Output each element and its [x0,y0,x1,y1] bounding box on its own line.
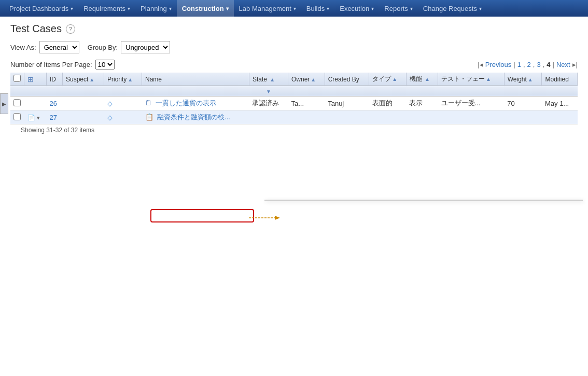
nav-builds[interactable]: Builds ▾ [301,0,334,17]
nav-execution[interactable]: Execution ▾ [334,0,379,17]
current-page: 4 [547,61,550,68]
row-actions-27[interactable]: 📄 ▾ [24,110,47,124]
row-state-26: 承認済み [249,96,288,110]
col-priority[interactable]: Priority▲ [104,73,142,86]
nav-caret: ▾ [371,6,374,11]
table-row: 📄 ▾ 27 ◇ 📋 融資条件と融資額の検... [10,110,578,124]
nav-caret: ▾ [293,6,296,11]
items-per-page-label: Number of Items Per Page: [10,61,92,68]
svg-marker-1 [275,216,280,220]
row-checkbox-27[interactable] [13,113,21,120]
row-owner-27 [288,110,325,124]
col-suspect[interactable]: Suspect▲ [62,73,104,86]
nav-caret: ▾ [226,6,229,11]
row-type-27 [369,110,406,124]
row-actions-26 [24,96,47,110]
row-dropdown-27[interactable]: ▾ [37,115,40,121]
col-type[interactable]: タイプ▲ [369,73,406,86]
nav-caret: ▾ [128,6,130,11]
nav-lab-management[interactable]: Lab Management ▾ [234,0,301,17]
row-type-icon-26: 🗒 [145,99,152,107]
page-header: Test Cases ? [0,17,588,39]
nav-project-dashboards[interactable]: Project Dashboards ▾ [4,0,78,17]
row-modified-26: May 1... [542,96,578,110]
popup-title: 📋 27: 融資条件と融資額の検証のテスト [265,200,582,201]
col-filter-row: ▼ [10,86,578,96]
col-id[interactable]: ID [46,73,62,86]
row-checkbox-26[interactable] [13,99,21,106]
col-name[interactable]: Name [142,73,249,86]
nav-caret: ▾ [169,6,172,11]
nav-planning[interactable]: Planning ▾ [135,0,177,17]
pagination-bar: Number of Items Per Page: 10 25 50 |◂ Pr… [0,58,588,73]
group-by-select[interactable]: Ungrouped [121,41,170,53]
row-27-highlight-circle [150,209,254,222]
col-owner[interactable]: Owner▲ [288,73,325,86]
select-all-checkbox[interactable] [13,75,21,82]
row-created-by-27 [325,110,369,124]
row-suspect-27 [62,110,104,124]
row-phase-27 [438,110,505,124]
page-1-button[interactable]: 1 [517,61,521,68]
pagination-controls: |◂ Previous | 1 , 2 , 3 , 4 | Next ▸| [478,61,578,68]
row-weight-26: 70 [504,96,542,110]
col-checkbox[interactable] [10,73,24,86]
row-priority-26: ◇ [107,100,113,107]
row-feature-26: 表示 [406,96,438,110]
toolbar: View As: General Group By: Ungrouped [0,39,588,58]
nav-caret: ▾ [410,6,413,11]
items-per-page-select[interactable]: 10 25 50 [95,60,115,69]
col-modified[interactable]: Modified [542,73,578,86]
row-created-by-26: Tanuj [325,96,369,110]
nav-caret: ▾ [479,6,482,11]
next-page-button[interactable]: Next [556,61,570,68]
group-by-label: Group By: [88,44,118,51]
nav-change-requests[interactable]: Change Requests ▾ [418,0,487,17]
group-by-group: Group By: Ungrouped [88,41,171,53]
col-created-by[interactable]: Created By [325,73,369,86]
row-name-27: 📋 融資条件と融資額の検... [142,110,249,124]
row-name-link-27[interactable]: 融資条件と融資額の検... [157,113,230,121]
nav-requirements[interactable]: Requirements ▾ [78,0,135,17]
row-name-link-26[interactable]: 一貫した通貨の表示 [156,99,216,107]
top-navigation: Project Dashboards ▾ Requirements ▾ Plan… [0,0,588,17]
first-page-icon: |◂ [478,61,483,68]
row-suspect-26 [62,96,104,110]
test-cases-table: ⊞ ID Suspect▲ Priority▲ Name State ▲ Own… [10,73,578,124]
view-as-label: View As: [10,44,36,51]
table-header-row: ⊞ ID Suspect▲ Priority▲ Name State ▲ Own… [10,73,578,86]
row-phase-26: ユーザー受... [438,96,505,110]
row-modified-27 [542,110,578,124]
col-weight[interactable]: Weight▲ [504,73,542,86]
help-icon[interactable]: ? [66,24,75,34]
col-feature[interactable]: 機能 ▲ [406,73,438,86]
previous-page-button[interactable]: Previous [485,61,512,68]
view-as-select[interactable]: General [39,41,79,53]
nav-caret: ▾ [71,6,73,11]
table-row: 26 ◇ 🗒 一貫した通貨の表示 承認済み Ta... Tanuj 表面的 表示… [10,96,578,110]
row-priority-27: ◇ [107,114,113,121]
state-filter-dropdown[interactable]: ▼ [266,89,271,94]
detail-popup: 📋 27: 融資条件と融資額の検証のテスト Overview State ✏ ド… [264,200,583,201]
nav-construction[interactable]: Construction ▾ [177,0,234,17]
showing-text: Showing 31-32 of 32 items [10,124,578,136]
row-type-icon-27: 📋 [145,113,153,121]
row-owner-26: Ta... [288,96,325,110]
table-area: ▶ ⊞ ID Suspect▲ Priority▲ Name State ▲ O… [0,73,588,136]
arrow-connector [249,213,280,223]
row-id-27[interactable]: 27 [49,114,57,121]
col-state[interactable]: State ▲ [249,73,288,86]
page-title: Test Cases [10,23,62,35]
col-actions: ⊞ [24,73,47,86]
last-page-icon: ▸| [572,61,578,68]
page-3-button[interactable]: 3 [537,61,540,68]
page-2-button[interactable]: 2 [527,61,531,68]
sidebar-toggle[interactable]: ▶ [0,93,8,114]
row-state-27 [249,110,288,124]
row-type-26: 表面的 [369,96,406,110]
row-name-26: 🗒 一貫した通貨の表示 [142,96,249,110]
row-id-26[interactable]: 26 [49,100,57,107]
nav-reports[interactable]: Reports ▾ [379,0,418,17]
col-phase[interactable]: テスト・フェー▲ [438,73,505,86]
view-as-group: View As: General [10,41,79,53]
